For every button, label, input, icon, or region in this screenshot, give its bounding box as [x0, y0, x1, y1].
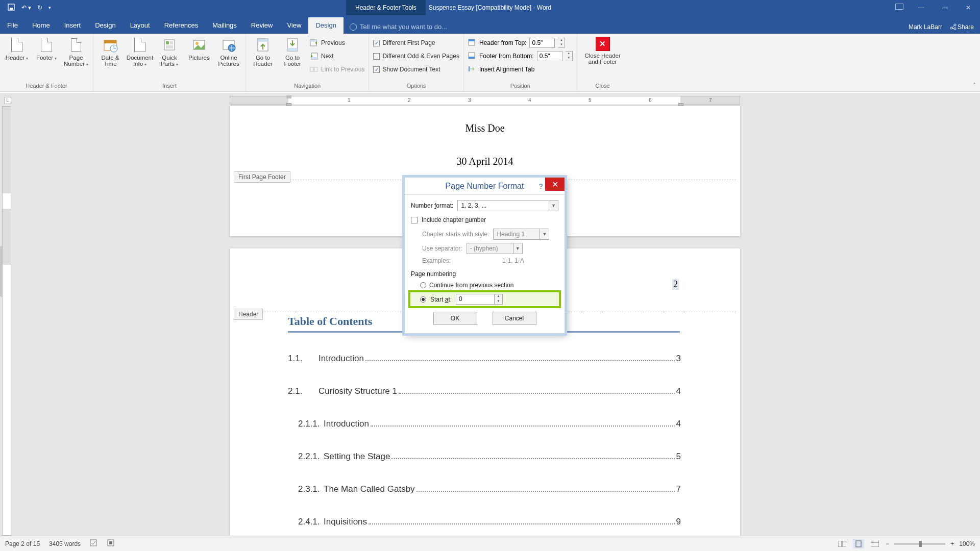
different-odd-even-checkbox[interactable]: Different Odd & Even Pages [373, 50, 459, 62]
start-at-value[interactable]: 0 [456, 294, 494, 304]
tab-review[interactable]: Review [244, 17, 280, 34]
chapter-starts-label: Chapter starts with style: [422, 231, 489, 238]
qat-customize-icon[interactable]: ▾ [48, 5, 51, 10]
horizontal-ruler[interactable]: 1 2 3 4 5 6 7 [230, 96, 740, 105]
footer-from-bottom-field[interactable]: Footer from Bottom:▲▼ [468, 50, 573, 62]
header-from-top-field[interactable]: Header from Top:▲▼ [468, 37, 573, 49]
toc-number: 2.1. [288, 386, 318, 396]
header-label[interactable]: Header [234, 309, 263, 320]
document-info-button[interactable]: Document Info [127, 37, 153, 67]
tab-home[interactable]: Home [25, 17, 57, 34]
svg-rect-14 [170, 41, 173, 44]
spin-up-icon[interactable]: ▲ [495, 294, 502, 299]
word-count[interactable]: 3405 words [49, 540, 81, 547]
next-button[interactable]: Next [309, 50, 364, 62]
page-number-button[interactable]: Page Number [63, 37, 89, 67]
tab-file[interactable]: File [0, 17, 25, 34]
first-line-indent-marker[interactable] [286, 95, 291, 98]
status-bar: Page 2 of 15 3405 words − + 100% [0, 536, 980, 551]
toc-page: 3 [676, 354, 681, 364]
pictures-button[interactable]: Pictures [186, 37, 212, 61]
vertical-ruler[interactable] [2, 106, 11, 536]
header-from-top-input[interactable] [529, 38, 555, 48]
goto-header-button[interactable]: Go to Header [250, 37, 276, 67]
help-icon[interactable]: ? [538, 182, 543, 190]
print-layout-icon[interactable] [853, 539, 864, 548]
toc-page: 4 [676, 386, 681, 396]
spin-down-icon[interactable]: ▼ [495, 299, 502, 305]
online-pictures-button[interactable]: Online Pictures [216, 37, 241, 67]
user-name[interactable]: Mark LaBarr [909, 23, 942, 31]
first-page-footer-label[interactable]: First Page Footer [234, 171, 290, 183]
toc-number: 2.1.1. [288, 419, 324, 429]
start-at-row-highlight: Start at: 0 ▲▼ [411, 293, 558, 306]
cancel-button[interactable]: Cancel [493, 312, 536, 325]
chevron-down-icon[interactable]: ▼ [549, 201, 558, 211]
group-navigation: Go to Header Go to Footer Previous Next … [246, 34, 369, 91]
zoom-level[interactable]: 100% [959, 540, 975, 547]
toc-entry: 2.3.1.The Man Called Gatsby7 [288, 484, 681, 494]
macro-record-icon[interactable] [107, 539, 114, 548]
minimize-icon[interactable]: — [910, 0, 933, 15]
svg-rect-26 [310, 40, 316, 42]
tab-references[interactable]: References [157, 17, 205, 34]
undo-icon[interactable]: ↶ ▾ [21, 4, 31, 11]
web-layout-icon[interactable] [869, 539, 880, 548]
toc-leader [416, 491, 675, 492]
collapse-ribbon-icon[interactable]: ˄ [973, 82, 976, 89]
toc-page: 4 [676, 419, 681, 429]
zoom-out-icon[interactable]: − [886, 540, 889, 547]
ok-button[interactable]: OK [433, 312, 477, 325]
tab-layout[interactable]: Layout [123, 17, 157, 34]
tab-hf-design[interactable]: Design [308, 17, 343, 34]
chapter-sub-area: Chapter starts with style:Heading 1▼ Use… [411, 229, 558, 264]
insert-alignment-tab-button[interactable]: Insert Alignment Tab [468, 63, 573, 76]
toc-page: 5 [676, 452, 681, 462]
start-at-radio[interactable] [420, 296, 426, 303]
share-button[interactable]: Share [949, 23, 974, 31]
dialog-title-bar[interactable]: Page Number Format ? ✕ [405, 178, 565, 195]
tab-insert[interactable]: Insert [57, 17, 88, 34]
number-format-combo[interactable]: 1, 2, 3, ...▼ [457, 200, 558, 211]
svg-rect-39 [109, 541, 112, 544]
link-to-previous-button[interactable]: Link to Previous [309, 63, 364, 76]
svg-rect-1 [10, 8, 13, 10]
tab-design[interactable]: Design [88, 17, 122, 34]
zoom-in-icon[interactable]: + [950, 540, 954, 547]
redo-icon[interactable]: ↻ [37, 4, 42, 11]
toc-text: Inquisitions [324, 517, 367, 527]
save-icon[interactable] [7, 3, 15, 13]
page-indicator[interactable]: Page 2 of 15 [5, 540, 40, 547]
continue-previous-radio[interactable]: Continue from previous section [411, 280, 558, 291]
svg-point-17 [195, 42, 199, 45]
header-button[interactable]: Header [4, 37, 30, 61]
tell-me-search[interactable]: Tell me what you want to do... [344, 23, 447, 31]
svg-rect-40 [838, 541, 842, 547]
read-mode-icon[interactable] [837, 539, 848, 548]
different-first-page-checkbox[interactable]: ✓Different First Page [373, 37, 459, 49]
toc-page: 9 [676, 517, 681, 527]
quick-parts-button[interactable]: Quick Parts [157, 37, 182, 67]
close-window-icon[interactable]: ✕ [957, 0, 980, 15]
maximize-icon[interactable]: ▭ [933, 0, 957, 15]
footer-button[interactable]: Footer [34, 37, 59, 61]
date-time-button[interactable]: Date & Time [97, 37, 123, 67]
toc-number: 2.2.1. [288, 452, 324, 462]
start-at-spinner[interactable]: 0 ▲▼ [456, 294, 503, 305]
tab-mailings[interactable]: Mailings [205, 17, 244, 34]
spinner[interactable]: ▲▼ [558, 38, 565, 48]
header-page-number[interactable]: 2 [672, 279, 679, 290]
tab-stop-indicator[interactable]: L [4, 97, 11, 104]
spinner[interactable]: ▲▼ [566, 51, 573, 61]
include-chapter-checkbox[interactable] [411, 217, 418, 223]
spell-check-icon[interactable] [90, 539, 98, 548]
footer-from-bottom-input[interactable] [537, 51, 562, 61]
close-header-footer-button[interactable]: ✕ Close Header and Footer [581, 37, 624, 65]
goto-footer-button[interactable]: Go to Footer [280, 37, 305, 67]
ribbon-display-options-icon[interactable] [895, 4, 903, 10]
show-document-text-checkbox[interactable]: ✓Show Document Text [373, 63, 459, 76]
dialog-close-icon[interactable]: ✕ [545, 178, 565, 191]
previous-button[interactable]: Previous [309, 37, 364, 49]
zoom-slider[interactable] [894, 543, 945, 545]
tab-view[interactable]: View [280, 17, 308, 34]
